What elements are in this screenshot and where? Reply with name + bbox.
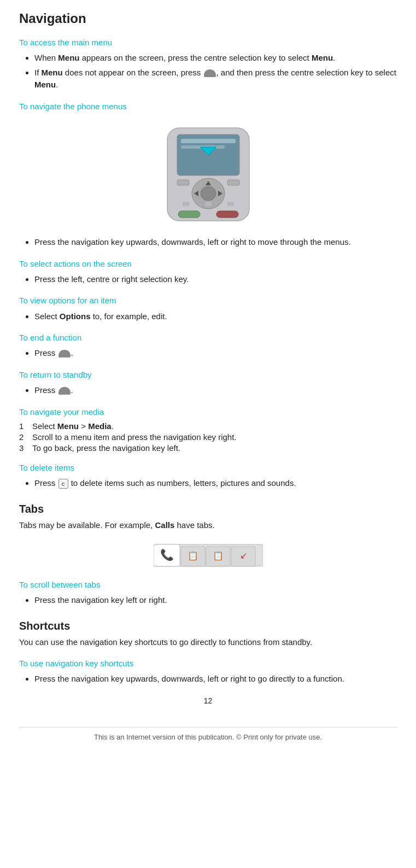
- svg-rect-13: [178, 211, 200, 218]
- tabs-image-container: 📞 📋 📋 ↙: [19, 539, 397, 570]
- list-item: Press .: [34, 384, 397, 397]
- end-key-icon2: [58, 387, 71, 395]
- tabs-intro: Tabs may be available. For example, Call…: [19, 519, 397, 531]
- svg-text:📞: 📞: [160, 548, 173, 561]
- section-heading-nav-shortcuts: To use navigation key shortcuts: [19, 657, 397, 670]
- ol-text: Select Menu > Media.: [32, 421, 114, 431]
- section-heading-select-actions: To select actions on the screen: [19, 257, 397, 270]
- list-item: Select Options to, for example, edit.: [34, 310, 397, 323]
- section-heading-access-main-menu: To access the main menu: [19, 36, 397, 49]
- ol-number: 3: [19, 443, 27, 453]
- shortcuts-heading: Shortcuts: [19, 620, 397, 632]
- delete-items-list: Press c to delete items such as numbers,…: [19, 477, 397, 490]
- svg-rect-2: [181, 139, 236, 143]
- page-title: Navigation: [19, 11, 397, 26]
- end-key-icon: [58, 350, 71, 357]
- svg-point-6: [201, 186, 216, 201]
- end-key-icon: [204, 69, 216, 77]
- svg-rect-12: [227, 180, 239, 185]
- section-heading-navigate-phone-menus: To navigate the phone menus: [19, 100, 397, 113]
- section-heading-end-function: To end a function: [19, 331, 397, 344]
- ol-text: To go back, press the navigation key lef…: [32, 443, 180, 453]
- end-function-list: Press .: [19, 347, 397, 360]
- page-footer: This is an Internet version of this publ…: [19, 727, 397, 741]
- phone-image-container: [19, 122, 397, 226]
- list-item: Press the left, centre or right selectio…: [34, 273, 397, 286]
- list-item: When Menu appears on the screen, press t…: [34, 52, 397, 64]
- svg-rect-14: [216, 211, 238, 218]
- view-options-list: Select Options to, for example, edit.: [19, 310, 397, 323]
- list-item: Press the navigation key left or right.: [34, 594, 397, 607]
- section-heading-navigate-media: To navigate your media: [19, 406, 397, 418]
- shortcuts-intro: You can use the navigation key shortcuts…: [19, 636, 397, 648]
- section-heading-delete-items: To delete items: [19, 461, 397, 474]
- c-key-icon: c: [58, 479, 68, 489]
- nav-shortcuts-list: Press the navigation key upwards, downwa…: [19, 673, 397, 685]
- ol-number: 1: [19, 421, 27, 431]
- ol-number: 2: [19, 432, 27, 442]
- phone-illustration: [151, 122, 266, 226]
- access-main-menu-list: When Menu appears on the screen, press t…: [19, 52, 397, 91]
- tabs-illustration: 📞 📋 📋 ↙: [154, 539, 263, 570]
- svg-rect-17: [227, 202, 234, 206]
- list-item: Press the navigation key upwards, downwa…: [34, 236, 397, 249]
- list-item: If Menu does not appear on the screen, p…: [34, 67, 397, 91]
- svg-rect-15: [183, 202, 189, 206]
- svg-text:📋: 📋: [213, 550, 224, 561]
- ordered-list-item: 1 Select Menu > Media.: [19, 421, 397, 431]
- navigate-phone-menus-list: Press the navigation key upwards, downwa…: [19, 236, 397, 249]
- list-item: Press .: [34, 347, 397, 360]
- ol-text: Scroll to a menu item and press the navi…: [32, 432, 237, 442]
- svg-rect-11: [177, 180, 189, 185]
- ordered-list-item: 3 To go back, press the navigation key l…: [19, 443, 397, 453]
- section-heading-view-options: To view options for an item: [19, 294, 397, 307]
- page-number: 12: [19, 696, 397, 705]
- scroll-tabs-list: Press the navigation key left or right.: [19, 594, 397, 607]
- section-heading-scroll-tabs: To scroll between tabs: [19, 578, 397, 591]
- svg-text:↙: ↙: [239, 551, 247, 560]
- return-standby-list: Press .: [19, 384, 397, 397]
- section-heading-return-standby: To return to standby: [19, 368, 397, 381]
- tabs-heading: Tabs: [19, 503, 397, 515]
- ordered-list-item: 2 Scroll to a menu item and press the na…: [19, 432, 397, 442]
- navigate-media-list: 1 Select Menu > Media. 2 Scroll to a men…: [19, 421, 397, 453]
- list-item: Press c to delete items such as numbers,…: [34, 477, 397, 490]
- svg-rect-16: [205, 202, 212, 206]
- svg-text:📋: 📋: [188, 550, 198, 561]
- list-item: Press the navigation key upwards, downwa…: [34, 673, 397, 685]
- select-actions-list: Press the left, centre or right selectio…: [19, 273, 397, 286]
